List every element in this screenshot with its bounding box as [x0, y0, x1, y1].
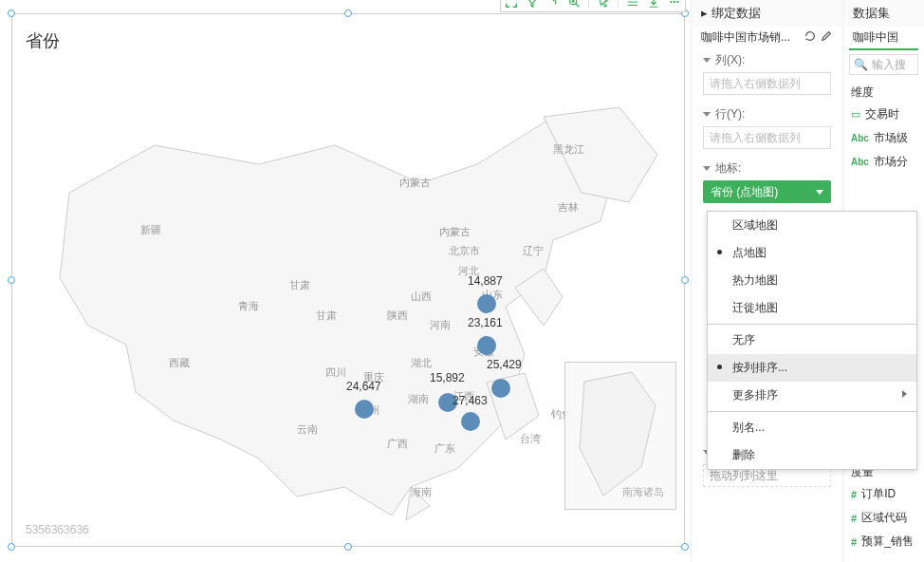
menu-item[interactable]: 别名... [708, 414, 916, 441]
province-label: 台湾 [520, 432, 541, 446]
province-label: 广西 [387, 437, 408, 451]
data-point-label: 23,161 [468, 316, 503, 329]
dimension-item[interactable]: Abc市场级 [843, 126, 924, 150]
dataset-name[interactable]: 咖啡中国 [853, 29, 898, 46]
pill-label: 省份 (点地图) [711, 184, 778, 200]
menu-item[interactable]: 迁徙地图 [708, 294, 916, 322]
province-label: 山西 [411, 290, 432, 304]
resize-handle[interactable] [681, 543, 689, 551]
measure-item[interactable]: #区域代码 [843, 506, 924, 530]
data-point-marker[interactable] [461, 412, 480, 431]
menu-item[interactable]: 删除 [708, 441, 916, 469]
province-label: 河南 [430, 318, 451, 332]
menu-item[interactable]: 点地图 [708, 239, 916, 267]
province-label: 辽宁 [523, 244, 544, 258]
inset-map: 南海诸岛 [564, 362, 676, 510]
resize-handle[interactable] [8, 543, 15, 551]
dimension-item[interactable]: Abc市场分 [843, 150, 924, 174]
dataset-search-input[interactable]: 🔍 输入搜 [849, 54, 918, 75]
chevron-down-icon[interactable] [816, 190, 823, 195]
province-label: 甘肃 [289, 278, 310, 292]
data-point-marker[interactable] [477, 294, 496, 313]
svg-point-2 [674, 1, 675, 3]
province-label: 北京市 [449, 244, 480, 258]
pointer-icon[interactable] [597, 0, 610, 9]
province-label: 云南 [297, 422, 318, 437]
menu-item[interactable]: 无序 [708, 327, 916, 354]
inset-label: 南海诸岛 [622, 485, 664, 499]
columns-section-label: 列(X): [692, 48, 842, 70]
dimension-item[interactable]: ▭交易时 [843, 103, 924, 126]
panel-title: 绑定数据 [711, 0, 761, 27]
menu-item[interactable]: 热力地图 [708, 267, 916, 294]
province-label: 内蒙古 [399, 176, 431, 190]
geo-field-pill[interactable]: 省份 (点地图) [703, 180, 831, 203]
data-point-label: 14,887 [468, 274, 503, 288]
export-icon[interactable] [647, 0, 660, 9]
panel-header: 数据集 [843, 0, 924, 27]
province-label: 新疆 [140, 223, 161, 237]
menu-item[interactable]: 更多排序 [708, 382, 916, 409]
search-icon: 🔍 [854, 58, 868, 71]
panel-header: ▸ 绑定数据 [692, 0, 842, 27]
menu-item[interactable]: 区域地图 [708, 212, 916, 239]
province-label: 吉林 [558, 200, 579, 215]
watermark: 5356363636 [26, 523, 89, 536]
data-point-label: 27,463 [453, 394, 488, 407]
province-label: 西藏 [169, 356, 190, 370]
panel-title: 数据集 [853, 0, 890, 27]
chevron-right-icon: ▸ [701, 0, 708, 27]
rows-drop-area[interactable]: 请拖入右侧数据列 [703, 126, 831, 149]
search-placeholder: 输入搜 [872, 57, 906, 73]
grid-icon[interactable] [626, 0, 639, 9]
data-point-label: 15,892 [430, 371, 465, 384]
data-source-name[interactable]: 咖啡中国市场销... [701, 29, 790, 46]
data-point-marker[interactable] [477, 336, 496, 355]
geo-section-label: 地标: [692, 157, 842, 178]
more-icon[interactable] [668, 0, 681, 9]
data-point-label: 24,647 [346, 380, 381, 393]
province-label: 湖南 [408, 392, 429, 406]
province-label: 青海 [238, 299, 259, 313]
rotate-icon[interactable] [804, 29, 817, 43]
province-label: 海南 [411, 485, 432, 499]
columns-drop-area[interactable]: 请拖入右侧数据列 [703, 72, 831, 95]
zoom-icon[interactable] [567, 0, 581, 9]
resize-handle[interactable] [344, 543, 352, 551]
resize-handle[interactable] [344, 9, 352, 17]
chart-canvas[interactable]: 省份 黑龙江吉林辽宁内蒙古内蒙古北京市河北山西山东河南安徽湖北陕西甘肃甘肃青海新… [11, 13, 685, 547]
data-point-marker[interactable] [355, 400, 374, 419]
province-label: 四川 [325, 365, 346, 380]
province-label: 陕西 [387, 309, 408, 323]
svg-point-3 [676, 1, 678, 3]
menu-item[interactable]: 按列排序... [708, 354, 916, 382]
svg-point-1 [670, 1, 672, 3]
rows-section-label: 行(Y): [692, 103, 842, 124]
province-label: 甘肃 [316, 309, 337, 323]
expand-icon[interactable] [505, 0, 518, 9]
data-point-marker[interactable] [491, 379, 510, 398]
province-label: 广东 [434, 441, 455, 456]
resize-handle[interactable] [8, 9, 15, 17]
dimensions-label: 维度 [843, 79, 924, 103]
province-label: 湖北 [411, 356, 432, 370]
province-label: 黑龙江 [553, 142, 584, 157]
filter-icon[interactable] [526, 0, 539, 9]
rotate-icon[interactable] [546, 0, 560, 9]
measure-item[interactable]: #订单ID [843, 482, 924, 506]
brush-icon[interactable] [820, 29, 833, 43]
chart-toolbar [500, 0, 686, 12]
field-dropdown-menu: 区域地图点地图热力地图迁徙地图无序按列排序...更多排序别名...删除 [707, 211, 917, 470]
data-point-label: 25,429 [487, 358, 522, 371]
province-label: 内蒙古 [439, 225, 471, 239]
measure-item[interactable]: #预算_销售 [843, 530, 924, 553]
